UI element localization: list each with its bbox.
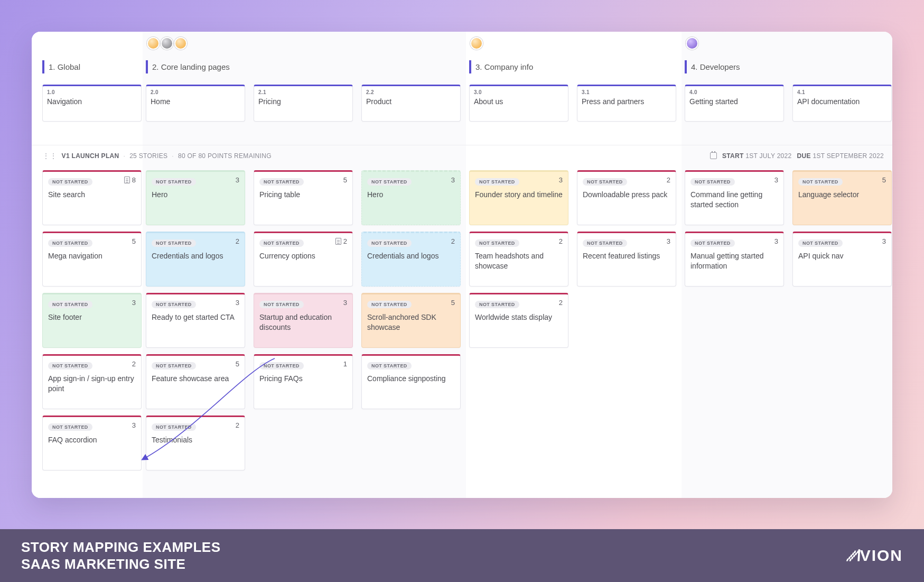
story-card[interactable]: NOT STARTED3Site footer [42, 293, 142, 348]
status-pill: NOT STARTED [583, 239, 627, 247]
status-pill: NOT STARTED [367, 301, 412, 308]
story-points: 3 [132, 299, 136, 307]
story-points: 5 [451, 299, 455, 307]
story-points-value: 3 [236, 176, 239, 184]
epic-col-core[interactable]: 2. Core landing pages [143, 32, 250, 80]
epic-col-core-spacer1 [250, 32, 358, 80]
story-column: NOT STARTED5Pricing tableNOT STARTED2Cur… [250, 166, 358, 498]
step-card-getting-started[interactable]: 4.0Getting started [685, 85, 784, 122]
story-card[interactable]: NOT STARTED1Pricing FAQs [254, 354, 353, 409]
story-card[interactable]: NOT STARTED3Manual getting started infor… [685, 232, 784, 287]
story-card[interactable]: NOT STARTED2Credentials and logos [361, 232, 461, 287]
story-title: Manual getting started information [690, 251, 778, 271]
story-card[interactable]: NOT STARTED3Ready to get started CTA [146, 293, 245, 348]
story-card[interactable]: NOT STARTED2App sign-in / sign-up entry … [42, 354, 142, 409]
story-card[interactable]: NOT STARTED3FAQ accordion [42, 415, 142, 470]
step-card-navigation[interactable]: 1.0Navigation [42, 85, 142, 122]
story-card[interactable]: NOT STARTED5Scroll-anchored SDK showcase [361, 293, 461, 348]
epic-col-global[interactable]: 1. Global [32, 32, 143, 80]
step-card-press[interactable]: 3.1Press and partners [577, 85, 676, 122]
story-points-value: 2 [451, 237, 455, 245]
story-points-value: 2 [667, 176, 670, 184]
brand-text: VION [860, 547, 903, 565]
step-card-home[interactable]: 2.0Home [146, 85, 245, 122]
story-title: Language selector [798, 190, 886, 200]
story-title: Credentials and logos [152, 251, 239, 261]
step-number: 2.1 [258, 89, 348, 95]
story-title: Testimonials [152, 435, 239, 445]
story-points: 2 [132, 360, 136, 368]
story-card[interactable]: NOT STARTED3Command line getting started… [685, 170, 784, 225]
story-points-value: 5 [882, 176, 886, 184]
story-title: App sign-in / sign-up entry point [48, 374, 136, 394]
story-points: 1 [343, 360, 347, 368]
story-title: Recent featured listings [583, 251, 670, 261]
story-points-value: 5 [132, 237, 136, 245]
step-card-about[interactable]: 3.0About us [469, 85, 568, 122]
step-title: Pricing [258, 97, 348, 106]
story-card[interactable]: NOT STARTED3Startup and education discou… [254, 293, 353, 348]
story-card[interactable]: NOT STARTED5Feature showcase area [146, 354, 245, 409]
story-card[interactable]: NOT STARTED2Testimonials [146, 415, 245, 470]
status-pill: NOT STARTED [690, 178, 735, 186]
story-card[interactable]: NOT STARTED3Hero [361, 170, 461, 225]
status-pill: NOT STARTED [475, 301, 519, 308]
story-title: Team headshots and showcase [475, 251, 563, 271]
step-number: 4.1 [797, 89, 887, 95]
step-card-pricing[interactable]: 2.1Pricing [254, 85, 353, 122]
story-points-value: 3 [774, 237, 778, 245]
story-points-value: 8 [132, 176, 136, 184]
story-title: Site search [48, 190, 136, 200]
epic-text: 2. Core landing pages [152, 62, 230, 71]
epic-col-company[interactable]: 3. Company info [466, 32, 574, 80]
avatar-icon[interactable] [686, 37, 698, 50]
brand-logo: ⫽\ VION [844, 547, 903, 565]
story-points-value: 2 [236, 237, 239, 245]
story-card[interactable]: NOT STARTED3Recent featured listings [577, 232, 676, 287]
step-card-api-docs[interactable]: 4.1API documentation [792, 85, 892, 122]
drag-handle-icon[interactable]: ⋮⋮ [42, 152, 58, 160]
status-pill: NOT STARTED [152, 301, 196, 308]
story-points: 2 [559, 237, 563, 245]
start-label: START [722, 152, 744, 160]
status-pill: NOT STARTED [48, 239, 92, 247]
release-header[interactable]: ⋮⋮ V1 LAUNCH PLAN · 25 STORIES · 80 OF 8… [32, 145, 892, 166]
status-pill: NOT STARTED [152, 423, 196, 431]
avatar-icon[interactable] [147, 37, 160, 50]
avatar-icon[interactable] [174, 37, 187, 50]
epic-text: 3. Company info [475, 62, 533, 71]
story-card[interactable]: NOT STARTED5Pricing table [254, 170, 353, 225]
story-points-value: 3 [132, 299, 136, 307]
avatar-icon[interactable] [470, 37, 483, 50]
story-points-value: 2 [236, 421, 239, 429]
story-title: Pricing table [259, 190, 347, 200]
document-icon [335, 238, 341, 245]
story-title: Founder story and timeline [475, 190, 563, 200]
story-points-value: 3 [236, 299, 239, 307]
story-card[interactable]: NOT STARTED2Credentials and logos [146, 232, 245, 287]
step-card-product[interactable]: 2.2Product [361, 85, 461, 122]
story-card[interactable]: NOT STARTED3Hero [146, 170, 245, 225]
story-card[interactable]: NOT STARTED5Language selector [792, 170, 892, 225]
status-pill: NOT STARTED [798, 178, 843, 186]
story-card[interactable]: NOT STARTED5Mega navigation [42, 232, 142, 287]
story-card[interactable]: NOT STARTED2Currency options [254, 232, 353, 287]
story-points-value: 3 [667, 237, 670, 245]
story-card[interactable]: NOT STARTED2Downloadable press pack [577, 170, 676, 225]
epic-col-company-spacer [574, 32, 682, 80]
story-card[interactable]: NOT STARTED2Worldwide stats display [469, 293, 568, 348]
status-pill: NOT STARTED [798, 239, 843, 247]
avatar-icon[interactable] [161, 37, 173, 50]
story-points-value: 3 [774, 176, 778, 184]
story-card[interactable]: NOT STARTED3Founder story and timeline [469, 170, 568, 225]
story-card[interactable]: NOT STARTED2Team headshots and showcase [469, 232, 568, 287]
status-pill: NOT STARTED [48, 423, 92, 431]
story-card[interactable]: NOT STARTED3API quick nav [792, 232, 892, 287]
story-points: 3 [132, 421, 136, 429]
epic-col-developers[interactable]: 4. Developers [682, 32, 789, 80]
epic-label: 2. Core landing pages [146, 60, 233, 73]
story-title: API quick nav [798, 251, 886, 261]
story-points-value: 1 [343, 360, 347, 368]
story-card[interactable]: NOT STARTEDCompliance signposting [361, 354, 461, 409]
story-card[interactable]: NOT STARTED8Site search [42, 170, 142, 225]
